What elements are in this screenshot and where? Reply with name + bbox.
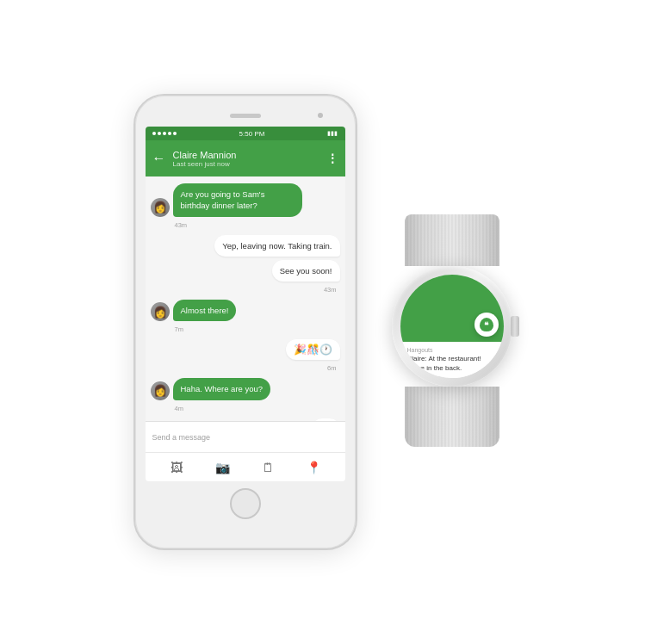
home-button[interactable] <box>230 488 261 519</box>
phone-speaker <box>230 114 261 118</box>
avatar: 👩 <box>151 198 170 217</box>
watch-app-name: Hangouts <box>407 347 497 353</box>
battery-icon: ▮▮▮ <box>327 130 338 137</box>
watch-band-bottom <box>405 387 499 447</box>
watch-message: Claire: At the restaurant! We're in the … <box>407 355 497 373</box>
message-input[interactable]: Send a message <box>152 433 338 442</box>
message-row: 🎉🎊🕐 <box>151 339 340 360</box>
signal-dots <box>152 132 177 135</box>
chat-action-bar: 🖼 📷 🗒 📍 <box>146 452 345 481</box>
hangouts-logo: ❝ <box>480 318 493 331</box>
phone-top-bar <box>140 108 350 123</box>
message-timestamp: 7m <box>175 325 340 333</box>
contact-name: Claire Mannion <box>173 150 319 160</box>
image-icon[interactable]: 🖼 <box>168 459 185 476</box>
phone-screen: 5:50 PM ▮▮▮ ← Claire Mannion Last seen j… <box>146 127 345 481</box>
watch-crown <box>511 316 519 337</box>
scene: 5:50 PM ▮▮▮ ← Claire Mannion Last seen j… <box>0 0 645 644</box>
camera-icon[interactable]: 📷 <box>214 459 231 476</box>
message-timestamp: 43m <box>175 221 340 229</box>
watch-device: ❝ Hangouts Claire: At the restaurant! We… <box>392 214 512 447</box>
message-row: Yep, leaving now. Taking train. <box>151 235 340 257</box>
message-bubble: Yep, leaving now. Taking train. <box>214 235 339 257</box>
message-bubble: Haha. Where are you? <box>173 378 271 399</box>
emoji-bubble: 🎉🎊🕐 <box>286 339 340 360</box>
avatar: 👩 <box>151 302 170 321</box>
message-row: 👩 Haha. Where are you? <box>151 378 340 399</box>
watch-case: ❝ Hangouts Claire: At the restaurant! We… <box>392 266 512 387</box>
menu-button[interactable]: ⋮ <box>326 152 338 165</box>
watch-screen-top: ❝ <box>400 275 504 342</box>
message-timestamp: 43m <box>151 286 337 294</box>
status-bar: 5:50 PM ▮▮▮ <box>146 127 345 140</box>
message-row: See you soon! <box>151 260 340 282</box>
chat-messages: 👩 Are you going to Sam's birthday dinner… <box>146 176 345 421</box>
message-bubble: Almost there! <box>173 300 237 321</box>
last-seen-status: Last seen just now <box>173 160 319 168</box>
phone-camera <box>318 113 323 118</box>
message-row: 👩 Are you going to Sam's birthday dinner… <box>151 183 340 217</box>
message-bubble: Are you going to Sam's birthday dinner l… <box>173 183 302 217</box>
message-timestamp: 4m <box>175 405 340 412</box>
message-row: 👩 Almost there! <box>151 300 340 321</box>
message-bubble: See you soon! <box>272 260 340 282</box>
watch-screen: ❝ Hangouts Claire: At the restaurant! We… <box>400 275 504 378</box>
phone-device: 5:50 PM ▮▮▮ ← Claire Mannion Last seen j… <box>133 94 357 550</box>
avatar: 👩 <box>151 381 170 400</box>
location-icon[interactable]: 📍 <box>305 459 322 476</box>
sticker-icon[interactable]: 🗒 <box>259 459 276 476</box>
message-timestamp: 6m <box>151 364 337 372</box>
back-button[interactable]: ← <box>152 152 166 165</box>
chat-header: ← Claire Mannion Last seen just now ⋮ <box>146 140 345 176</box>
status-time: 5:50 PM <box>239 130 265 138</box>
watch-band-top <box>405 214 499 266</box>
watch-notification: Hangouts Claire: At the restaurant! We'r… <box>400 342 504 378</box>
contact-info: Claire Mannion Last seen just now <box>173 150 319 168</box>
message-input-area[interactable]: Send a message <box>146 421 345 452</box>
hangouts-icon: ❝ <box>474 313 499 337</box>
